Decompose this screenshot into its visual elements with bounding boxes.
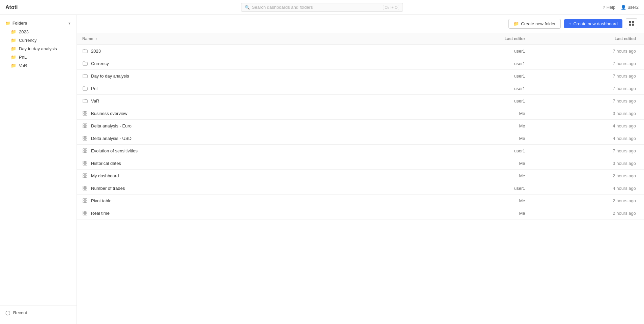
table-cell-edited: 7 hours ago [531, 145, 644, 157]
row-name-text: Delta analysis - USD [91, 136, 131, 141]
row-name-text: 2023 [91, 49, 101, 54]
svg-rect-31 [85, 188, 87, 190]
table-row[interactable]: Evolution of sensitivitiesuser17 hours a… [77, 145, 644, 157]
dashboard-icon [82, 198, 88, 203]
table-row[interactable]: VaRuser17 hours ago [77, 95, 644, 107]
svg-rect-1 [632, 21, 634, 23]
sidebar-folders-label: Folders [12, 21, 27, 26]
svg-rect-0 [629, 21, 631, 23]
table-cell-edited: 7 hours ago [531, 70, 644, 82]
table-row[interactable]: 2023user17 hours ago [77, 45, 644, 57]
svg-rect-4 [83, 111, 85, 113]
svg-rect-27 [85, 176, 87, 178]
sidebar-item-label: Currency [19, 38, 37, 43]
table-cell-name: Currency [77, 57, 417, 70]
folder-icon: 📁 [11, 29, 16, 34]
table-cell-editor: user1 [417, 95, 530, 107]
table-cell-edited: 2 hours ago [531, 207, 644, 219]
svg-rect-19 [85, 151, 87, 153]
sidebar: 📁 Folders ▼ 📁 2023 📁 Currency 📁 Day to d… [0, 15, 77, 324]
grid-view-button[interactable] [626, 18, 637, 29]
sidebar-item-pnl[interactable]: 📁 PnL [1, 53, 75, 61]
row-name-text: Number of trades [91, 186, 125, 191]
table-cell-edited: 3 hours ago [531, 107, 644, 120]
svg-rect-25 [85, 174, 87, 175]
data-table: Name ↕ Last editor Last edited 2023user1… [77, 33, 644, 219]
table-cell-name: Delta analysis - USD [77, 132, 417, 145]
main-toolbar: 📁 Create new folder + Create new dashboa… [77, 15, 644, 33]
search-bar[interactable]: 🔍 Search dashboards and folders Ctrl + O [241, 3, 403, 12]
dashboard-icon [82, 173, 88, 178]
row-name-text: PnL [91, 86, 99, 91]
sidebar-item-label: VaR [19, 63, 27, 68]
folder-icon: 📁 [11, 46, 16, 51]
table-row[interactable]: Pivot tableMe2 hours ago [77, 195, 644, 207]
dashboard-icon [82, 148, 88, 153]
table-cell-name: 2023 [77, 45, 417, 57]
table-row[interactable]: Delta analysis - EuroMe4 hours ago [77, 120, 644, 132]
svg-rect-23 [85, 164, 87, 165]
sidebar-recent[interactable]: ◯ Recent [0, 308, 77, 317]
table-row[interactable]: Day to day analysisuser17 hours ago [77, 70, 644, 82]
svg-rect-5 [85, 111, 87, 113]
folder-icon [82, 61, 88, 66]
svg-rect-8 [83, 124, 85, 125]
sidebar-item-label: PnL [19, 55, 27, 60]
create-new-dashboard-button[interactable]: + Create new dashboard [564, 19, 622, 28]
table-row[interactable]: Real timeMe2 hours ago [77, 207, 644, 219]
sidebar-item-label: Day to day analysis [19, 46, 57, 51]
sidebar-item-currency[interactable]: 📁 Currency [1, 36, 75, 45]
sidebar-item-label: 2023 [19, 29, 29, 34]
table-row[interactable]: Currencyuser17 hours ago [77, 57, 644, 70]
table-row[interactable]: Number of tradesuser14 hours ago [77, 182, 644, 195]
svg-rect-32 [83, 199, 85, 200]
folder-icon: 📁 [11, 38, 16, 43]
col-name-label: Name [82, 36, 93, 41]
table-row[interactable]: My dashboardMe2 hours ago [77, 170, 644, 182]
svg-rect-38 [83, 213, 85, 215]
table-cell-name: Evolution of sensitivities [77, 145, 417, 157]
chevron-down-icon: ▼ [68, 22, 71, 25]
app-body: 📁 Folders ▼ 📁 2023 📁 Currency 📁 Day to d… [0, 15, 644, 324]
svg-rect-33 [85, 199, 87, 200]
sidebar-folders-section[interactable]: 📁 Folders ▼ [0, 19, 77, 28]
svg-rect-16 [83, 149, 85, 150]
table-cell-editor: Me [417, 207, 530, 219]
table-row[interactable]: PnLuser17 hours ago [77, 82, 644, 95]
user-label: user2 [627, 5, 639, 10]
table-cell-edited: 2 hours ago [531, 170, 644, 182]
row-name-text: Day to day analysis [91, 73, 129, 79]
table-cell-edited: 7 hours ago [531, 45, 644, 57]
table-cell-editor: user1 [417, 57, 530, 70]
row-name-text: Delta analysis - Euro [91, 123, 131, 128]
user-menu[interactable]: 👤 user2 [621, 5, 639, 10]
sidebar-item-var[interactable]: 📁 VaR [1, 61, 75, 70]
table-cell-editor: Me [417, 120, 530, 132]
create-new-folder-button[interactable]: 📁 Create new folder [508, 19, 561, 29]
help-link[interactable]: ? Help [603, 5, 615, 10]
table-cell-name: Pivot table [77, 195, 417, 207]
table-row[interactable]: Delta analysis - USDMe4 hours ago [77, 132, 644, 145]
table-row[interactable]: Historical datesMe3 hours ago [77, 157, 644, 170]
table-cell-edited: 2 hours ago [531, 195, 644, 207]
folder-icon [82, 86, 88, 91]
svg-rect-6 [83, 114, 85, 115]
table-cell-editor: user1 [417, 82, 530, 95]
table-cell-name: VaR [77, 95, 417, 107]
plus-icon: + [569, 21, 572, 26]
table-cell-name: Delta analysis - Euro [77, 120, 417, 132]
table-cell-edited: 7 hours ago [531, 57, 644, 70]
svg-rect-22 [83, 164, 85, 165]
svg-rect-14 [83, 139, 85, 140]
table-row[interactable]: Business overviewMe3 hours ago [77, 107, 644, 120]
sidebar-item-2023[interactable]: 📁 2023 [1, 28, 75, 36]
row-name-text: Historical dates [91, 161, 121, 166]
svg-rect-3 [632, 24, 634, 26]
folder-icon: 📁 [11, 63, 16, 68]
svg-rect-11 [85, 126, 87, 128]
svg-rect-9 [85, 124, 87, 125]
col-header-name[interactable]: Name ↕ [77, 33, 417, 45]
sidebar-item-day-to-day[interactable]: 📁 Day to day analysis [1, 45, 75, 53]
row-name-text: My dashboard [91, 173, 119, 178]
dashboard-icon [82, 185, 88, 191]
